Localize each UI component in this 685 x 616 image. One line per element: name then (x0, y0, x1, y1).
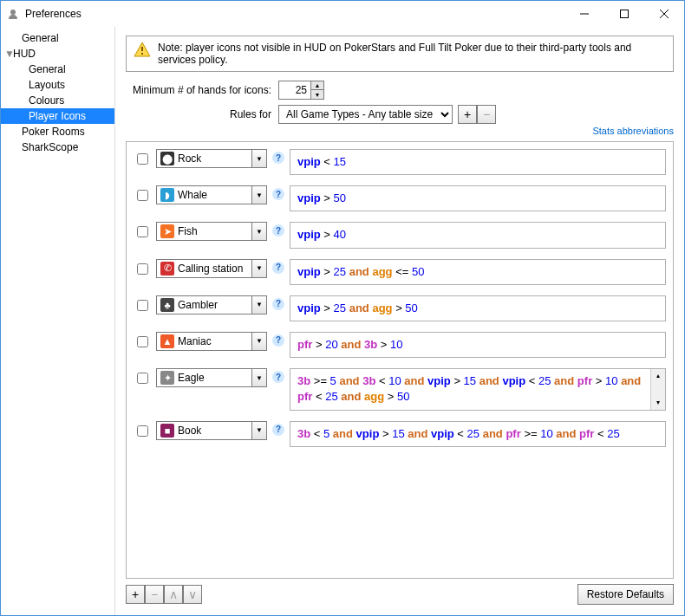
chevron-down-icon[interactable]: ▼ (251, 333, 266, 350)
rule-name-select[interactable]: ■Book▼ (156, 421, 267, 440)
note-banner: Note: player icons not visible in HUD on… (126, 36, 674, 72)
rule-icon: ✦ (160, 371, 174, 385)
rule-checkbox[interactable] (137, 153, 148, 165)
rule-expression[interactable]: vpip > 25 and agg > 50 (290, 295, 666, 321)
rule-checkbox[interactable] (137, 300, 148, 311)
rule-name-text: Gambler (178, 299, 251, 311)
sidebar-item-general[interactable]: General (1, 30, 114, 46)
help-icon[interactable]: ? (272, 334, 284, 347)
add-rule-button[interactable]: + (126, 585, 145, 604)
remove-rule-button[interactable]: − (145, 585, 164, 604)
move-rule-up-button[interactable]: ∧ (164, 585, 183, 604)
rule-checkbox[interactable] (137, 373, 148, 384)
min-hands-input[interactable] (279, 81, 310, 99)
rule-name-select[interactable]: ♣Gambler▼ (156, 295, 267, 314)
rules-panel: ⬤Rock▼?vpip < 15◗Whale▼?vpip > 50➤Fish▼?… (126, 141, 674, 579)
rule-name-text: Eagle (178, 372, 251, 384)
close-button[interactable] (644, 1, 684, 27)
rule-row: ♣Gambler▼?vpip > 25 and agg > 50 (134, 295, 666, 321)
svg-rect-2 (621, 10, 629, 18)
stats-abbrev-link[interactable]: Stats abbreviations (126, 126, 674, 136)
rule-checkbox[interactable] (137, 226, 148, 237)
min-hands-spinner[interactable]: ▲▼ (278, 81, 324, 100)
restore-defaults-button[interactable]: Restore Defaults (577, 584, 674, 605)
rule-row: ◗Whale▼?vpip > 50 (134, 185, 666, 211)
add-ruleset-button[interactable]: + (458, 105, 477, 124)
rule-name-text: Fish (178, 225, 251, 237)
rule-name-select[interactable]: ➤Fish▼ (156, 222, 267, 241)
help-icon[interactable]: ? (272, 224, 284, 237)
rule-checkbox[interactable] (137, 190, 148, 201)
rules-for-label: Rules for (126, 108, 278, 120)
svg-point-0 (10, 10, 16, 15)
rule-icon: ◗ (160, 188, 174, 202)
rule-checkbox[interactable] (137, 425, 148, 437)
help-icon[interactable]: ? (272, 152, 284, 164)
sidebar-item-hud-colours[interactable]: Colours (1, 93, 114, 108)
svg-rect-6 (141, 47, 143, 51)
help-icon[interactable]: ? (272, 188, 284, 200)
warning-icon (134, 42, 151, 57)
chevron-down-icon[interactable]: ▼ (251, 422, 266, 439)
app-icon (6, 7, 20, 21)
rule-name-text: Rock (178, 152, 251, 165)
chevron-down-icon[interactable]: ▼ (251, 223, 266, 240)
rule-expression[interactable]: vpip > 40 (290, 222, 666, 248)
rule-checkbox[interactable] (137, 336, 148, 347)
chevron-down-icon[interactable]: ▼ (251, 296, 266, 314)
rule-icon: ✆ (160, 262, 174, 276)
rule-expression[interactable]: pfr > 20 and 3b > 10 (290, 332, 666, 358)
sidebar-item-hud[interactable]: ▼HUD (1, 46, 114, 62)
chevron-down-icon[interactable]: ▼ (251, 150, 266, 167)
rule-icon: ■ (160, 424, 174, 438)
help-icon[interactable]: ? (272, 262, 284, 274)
rule-expression[interactable]: vpip > 25 and agg <= 50 (290, 259, 666, 285)
rule-expression[interactable]: 3b < 5 and vpip > 15 and vpip < 25 and p… (290, 421, 666, 447)
rule-row: ■Book▼?3b < 5 and vpip > 15 and vpip < 2… (134, 421, 666, 447)
rule-name-text: Book (178, 425, 251, 437)
chevron-down-icon[interactable]: ▼ (251, 260, 266, 277)
rule-icon: ⬤ (160, 152, 174, 165)
rule-row: ✦Eagle▼?3b >= 5 and 3b < 10 and vpip > 1… (134, 368, 666, 410)
rule-checkbox[interactable] (137, 263, 148, 275)
maximize-button[interactable] (604, 1, 644, 27)
rule-name-select[interactable]: ◗Whale▼ (156, 185, 267, 204)
sidebar-item-hud-layouts[interactable]: Layouts (1, 77, 114, 93)
rule-name-text: Calling station (178, 263, 251, 275)
sidebar-item-hud-general[interactable]: General (1, 62, 114, 77)
rule-name-text: Whale (178, 189, 251, 201)
rule-name-select[interactable]: ⬤Rock▼ (156, 149, 267, 168)
rule-name-select[interactable]: ✆Calling station▼ (156, 259, 267, 278)
rule-row: ✆Calling station▼?vpip > 25 and agg <= 5… (134, 259, 666, 285)
scrollbar[interactable]: ▴▾ (650, 369, 665, 409)
min-hands-label: Minimum # of hands for icons: (126, 84, 278, 96)
move-rule-down-button[interactable]: ∨ (183, 585, 202, 604)
rule-icon: ➤ (160, 224, 174, 238)
sidebar-item-poker-rooms[interactable]: Poker Rooms (1, 124, 114, 139)
spinner-up[interactable]: ▲ (311, 81, 323, 90)
rule-row: ▲Maniac▼?pfr > 20 and 3b > 10 (134, 332, 666, 358)
sidebar-item-sharkscope[interactable]: SharkScope (1, 139, 114, 155)
remove-ruleset-button[interactable]: − (477, 105, 496, 124)
rule-expression[interactable]: 3b >= 5 and 3b < 10 and vpip > 15 and vp… (290, 368, 666, 410)
sidebar-item-hud-player-icons[interactable]: Player Icons (1, 108, 114, 124)
rule-icon: ▲ (160, 334, 174, 348)
minimize-button[interactable] (564, 1, 604, 27)
rule-name-select[interactable]: ✦Eagle▼ (156, 368, 267, 387)
rule-row: ➤Fish▼?vpip > 40 (134, 222, 666, 248)
rule-row: ⬤Rock▼?vpip < 15 (134, 149, 666, 175)
help-icon[interactable]: ? (272, 424, 284, 436)
help-icon[interactable]: ? (272, 298, 284, 310)
sidebar: General ▼HUD General Layouts Colours Pla… (1, 27, 115, 615)
chevron-down-icon[interactable]: ▼ (251, 186, 266, 204)
spinner-down[interactable]: ▼ (311, 90, 323, 99)
rule-name-select[interactable]: ▲Maniac▼ (156, 332, 267, 351)
rules-for-select[interactable]: All Game Types - Any table size (278, 105, 453, 124)
chevron-down-icon[interactable]: ▼ (251, 369, 266, 386)
rule-name-text: Maniac (178, 335, 251, 347)
rule-expression[interactable]: vpip > 50 (290, 185, 666, 211)
rule-expression[interactable]: vpip < 15 (290, 149, 666, 175)
chevron-down-icon[interactable]: ▼ (4, 48, 13, 60)
svg-rect-7 (141, 53, 143, 55)
help-icon[interactable]: ? (272, 371, 284, 383)
